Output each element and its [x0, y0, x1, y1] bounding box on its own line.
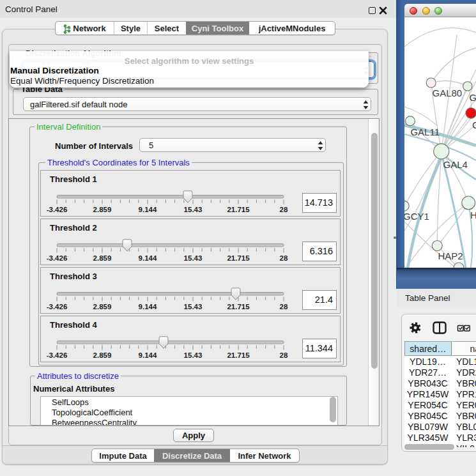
svg-text:15.43: 15.43 — [184, 206, 203, 213]
svg-text:21.715: 21.715 — [227, 206, 250, 213]
svg-text:-3.426: -3.426 — [47, 351, 68, 359]
svg-text:-3.426: -3.426 — [47, 206, 68, 213]
svg-text:9.144: 9.144 — [139, 254, 157, 262]
svg-text:21.715: 21.715 — [227, 303, 250, 311]
svg-text:15.43: 15.43 — [184, 303, 203, 311]
svg-text:15.43: 15.43 — [184, 351, 203, 359]
svg-text:GAL11: GAL11 — [410, 127, 440, 137]
svg-text:21.715: 21.715 — [227, 254, 250, 262]
svg-text:CD: CD — [472, 119, 476, 130]
svg-text:-3.426: -3.426 — [47, 254, 68, 262]
svg-text:2.859: 2.859 — [93, 254, 112, 262]
svg-text:15.43: 15.43 — [184, 254, 203, 262]
svg-text:GAL3: GAL3 — [470, 92, 476, 103]
svg-text:2.859: 2.859 — [93, 206, 112, 213]
svg-text:2.859: 2.859 — [93, 303, 112, 311]
svg-text:9.144: 9.144 — [139, 351, 157, 359]
svg-text:28: 28 — [280, 206, 288, 213]
svg-text:-3.426: -3.426 — [47, 303, 68, 311]
svg-text:GAL80: GAL80 — [433, 88, 463, 98]
svg-text:28: 28 — [280, 303, 288, 311]
svg-text:GCY1: GCY1 — [404, 211, 429, 222]
svg-text:28: 28 — [280, 351, 288, 359]
svg-text:GAL4: GAL4 — [443, 159, 468, 170]
svg-text:28: 28 — [280, 254, 288, 262]
svg-text:HAP2: HAP2 — [438, 250, 463, 261]
svg-text:9.144: 9.144 — [139, 206, 157, 213]
svg-text:HA: HA — [470, 210, 476, 220]
svg-text:21.715: 21.715 — [227, 351, 250, 359]
svg-text:2.859: 2.859 — [93, 351, 112, 359]
svg-text:9.144: 9.144 — [139, 303, 157, 311]
